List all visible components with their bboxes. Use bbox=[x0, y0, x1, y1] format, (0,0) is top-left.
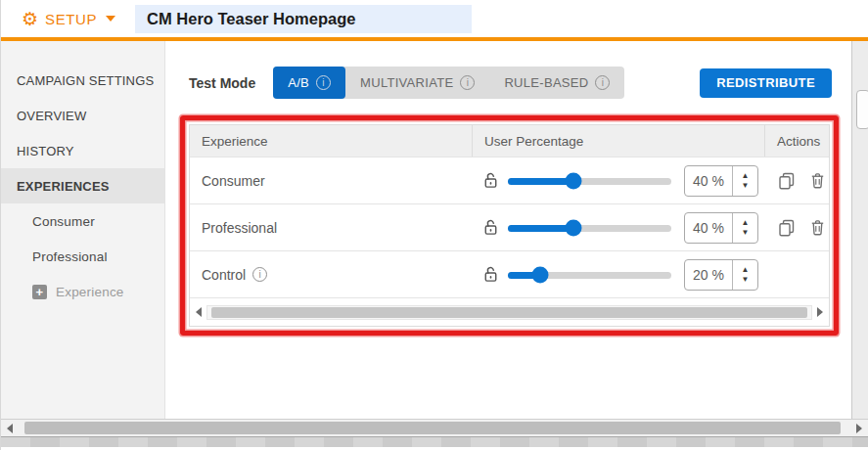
scrollbar-track[interactable] bbox=[206, 305, 812, 320]
redistribute-button[interactable]: REDISTRIBUTE bbox=[700, 68, 832, 98]
offscreen-content-strip bbox=[852, 41, 868, 419]
unlock-icon[interactable] bbox=[481, 218, 500, 237]
table-header: Experience User Percentage Actions bbox=[190, 125, 829, 157]
percentage-input[interactable]: 40 % bbox=[685, 166, 732, 196]
experience-name: Consumer bbox=[202, 173, 265, 189]
info-icon[interactable]: i bbox=[316, 75, 331, 90]
header: ⚙ SETUP CM Hero Teaser Homepage bbox=[1, 0, 868, 37]
percentage-stepper[interactable]: ▲ ▼ bbox=[732, 213, 757, 243]
info-icon[interactable]: i bbox=[252, 267, 267, 282]
tab-label: A/B bbox=[288, 75, 309, 90]
experience-name: Professional bbox=[202, 220, 277, 236]
sidebar-item-label: Experience bbox=[56, 285, 124, 299]
scroll-left-icon[interactable] bbox=[194, 307, 204, 317]
setup-window: ⚙ SETUP CM Hero Teaser Homepage CAMPAIGN… bbox=[0, 0, 868, 450]
delete-icon[interactable] bbox=[808, 218, 827, 237]
sidebar-item-consumer[interactable]: Consumer bbox=[1, 203, 164, 239]
stepper-up-icon[interactable]: ▲ bbox=[742, 219, 750, 227]
stepper-down-icon[interactable]: ▼ bbox=[742, 229, 750, 237]
tab-multivariate[interactable]: MULTIVARIATE i bbox=[345, 67, 489, 99]
slider-track[interactable] bbox=[508, 225, 671, 232]
stepper-up-icon[interactable]: ▲ bbox=[742, 266, 750, 274]
percentage-input[interactable]: 20 % bbox=[685, 260, 732, 290]
sidebar-item-professional[interactable]: Professional bbox=[1, 239, 164, 274]
table-row: Professional 40 % bbox=[190, 203, 829, 250]
sidebar-item-campaign-settings[interactable]: CAMPAIGN SETTINGS bbox=[1, 63, 164, 98]
slider-thumb[interactable] bbox=[565, 172, 581, 189]
gear-icon: ⚙ bbox=[22, 10, 38, 28]
setup-label: SETUP bbox=[45, 11, 97, 27]
copy-icon[interactable] bbox=[777, 171, 797, 191]
experience-name: Control bbox=[202, 267, 246, 283]
percentage-stepper[interactable]: ▲ ▼ bbox=[732, 166, 757, 196]
test-mode-tabs: A/B i MULTIVARIATE i RULE-BASED i bbox=[273, 67, 624, 99]
unlock-icon[interactable] bbox=[481, 171, 500, 190]
stepper-down-icon[interactable]: ▼ bbox=[742, 182, 750, 190]
chevron-down-icon bbox=[106, 16, 115, 22]
scroll-right-icon[interactable] bbox=[854, 424, 864, 433]
column-header-user-percentage: User Percentage bbox=[472, 125, 764, 157]
test-mode-toolbar: Test Mode A/B i MULTIVARIATE i RULE-BASE… bbox=[189, 67, 832, 99]
percentage-input-group: 40 % ▲ ▼ bbox=[684, 212, 758, 244]
add-icon: + bbox=[32, 285, 47, 299]
scroll-left-icon[interactable] bbox=[5, 424, 15, 433]
unlock-icon[interactable] bbox=[481, 265, 500, 284]
sidebar-item-experiences[interactable]: EXPERIENCES bbox=[1, 168, 164, 203]
stepper-down-icon[interactable]: ▼ bbox=[742, 276, 750, 284]
slider-track[interactable] bbox=[508, 178, 671, 185]
stepper-up-icon[interactable]: ▲ bbox=[742, 172, 750, 180]
tab-label: MULTIVARIATE bbox=[360, 75, 453, 90]
column-header-actions: Actions bbox=[764, 125, 829, 157]
slider-fill bbox=[508, 225, 573, 232]
user-percentage-slider[interactable] bbox=[508, 172, 671, 190]
setup-menu[interactable]: ⚙ SETUP bbox=[22, 10, 115, 28]
user-percentage-slider[interactable] bbox=[508, 219, 671, 237]
table-row: Consumer 40 % bbox=[190, 157, 829, 203]
test-mode-label: Test Mode bbox=[189, 75, 255, 91]
scrollbar-thumb[interactable] bbox=[24, 422, 841, 434]
table-row: Control i 20 % bbox=[190, 250, 829, 297]
slider-thumb[interactable] bbox=[565, 219, 581, 236]
tab-rule-based[interactable]: RULE-BASED i bbox=[489, 67, 624, 99]
slider-fill bbox=[508, 178, 573, 185]
page-horizontal-scrollbar[interactable] bbox=[1, 419, 868, 436]
info-icon[interactable]: i bbox=[460, 75, 475, 90]
percentage-input[interactable]: 40 % bbox=[685, 213, 732, 243]
column-header-experience: Experience bbox=[190, 125, 472, 157]
cut-off-button bbox=[856, 90, 868, 129]
tab-ab[interactable]: A/B i bbox=[273, 67, 345, 99]
table-horizontal-scrollbar[interactable] bbox=[190, 297, 829, 326]
percentage-input-group: 20 % ▲ ▼ bbox=[684, 259, 758, 291]
main-content: Test Mode A/B i MULTIVARIATE i RULE-BASE… bbox=[165, 41, 852, 419]
delete-icon[interactable] bbox=[808, 171, 827, 190]
bottom-band bbox=[1, 436, 868, 447]
scroll-right-icon[interactable] bbox=[815, 307, 825, 317]
campaign-title-input[interactable]: CM Hero Teaser Homepage bbox=[135, 5, 472, 33]
sidebar-item-overview[interactable]: OVERVIEW bbox=[1, 98, 164, 133]
red-annotation-box: Experience User Percentage Actions Consu… bbox=[180, 115, 839, 336]
scrollbar-thumb[interactable] bbox=[211, 307, 807, 318]
experiences-table: Experience User Percentage Actions Consu… bbox=[189, 124, 830, 327]
sidebar-item-add-experience[interactable]: + Experience bbox=[1, 274, 164, 309]
percentage-input-group: 40 % ▲ ▼ bbox=[684, 165, 758, 197]
sidebar-item-history[interactable]: HISTORY bbox=[1, 133, 164, 168]
percentage-stepper[interactable]: ▲ ▼ bbox=[732, 260, 757, 290]
sidebar: CAMPAIGN SETTINGS OVERVIEW HISTORY EXPER… bbox=[1, 41, 165, 419]
slider-thumb[interactable] bbox=[532, 266, 549, 283]
user-percentage-slider[interactable] bbox=[508, 266, 671, 284]
copy-icon[interactable] bbox=[777, 218, 797, 238]
info-icon[interactable]: i bbox=[595, 75, 610, 90]
tab-label: RULE-BASED bbox=[504, 75, 588, 90]
scrollbar-track[interactable] bbox=[19, 422, 850, 434]
